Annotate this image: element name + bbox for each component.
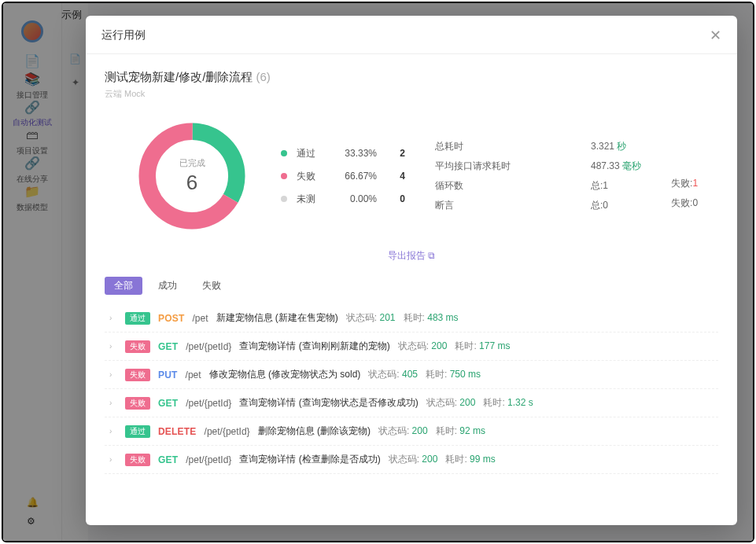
progress-donut: 已完成 6 — [133, 117, 251, 235]
legend-count: 2 — [386, 148, 405, 159]
step-description: 查询宠物详情 (检查删除是否成功) — [239, 453, 380, 466]
legend-dot — [281, 150, 287, 156]
api-path: /pet/{petId} — [186, 398, 231, 409]
modal-title: 运行用例 — [101, 28, 146, 42]
chevron-right-icon: › — [109, 314, 117, 322]
api-path: /pet/{petId} — [205, 426, 250, 437]
status-badge: 失败 — [125, 340, 150, 353]
http-method: GET — [158, 341, 178, 352]
status-code: 状态码: 200 — [426, 396, 476, 410]
tab-fail[interactable]: 失败 — [193, 277, 230, 295]
step-description: 删除宠物信息 (删除该宠物) — [258, 425, 371, 438]
test-result-row[interactable]: ›通过POST/pet新建宠物信息 (新建在售宠物)状态码: 201耗时: 48… — [105, 304, 718, 333]
filter-tabs: 全部 成功 失败 — [105, 277, 718, 295]
fail-values: 失败:1 失败:0 — [671, 142, 698, 210]
legend-percent: 66.67% — [337, 171, 377, 182]
test-result-row[interactable]: ›失败GET/pet/{petId}查询宠物详情 (查询刚刚新建的宠物)状态码:… — [105, 333, 718, 361]
api-path: /pet — [192, 313, 208, 324]
step-description: 查询宠物详情 (查询刚刚新建的宠物) — [239, 340, 389, 353]
chevron-right-icon: › — [109, 370, 117, 379]
elapsed-time: 耗时: 92 ms — [436, 425, 485, 438]
test-result-row[interactable]: ›失败GET/pet/{petId}查询宠物详情 (检查删除是否成功)状态码: … — [105, 446, 718, 474]
api-path: /pet/{petId} — [186, 454, 231, 465]
elapsed-time: 耗时: 177 ms — [455, 340, 510, 353]
status-code: 状态码: 405 — [368, 368, 418, 381]
http-method: PUT — [158, 369, 178, 380]
status-code: 状态码: 200 — [389, 453, 438, 466]
test-suite-heading: 测试宠物新建/修改/删除流程 (6) — [105, 70, 718, 85]
status-badge: 通过 — [125, 425, 150, 438]
step-description: 修改宠物信息 (修改宠物状态为 sold) — [209, 368, 361, 381]
chevron-right-icon: › — [109, 342, 117, 351]
api-path: /pet/{petId} — [186, 341, 231, 352]
http-method: GET — [158, 398, 178, 409]
http-method: DELETE — [158, 426, 197, 437]
legend-count: 4 — [386, 171, 405, 182]
chevron-right-icon: › — [109, 427, 117, 436]
elapsed-time: 耗时: 483 ms — [404, 311, 459, 325]
step-description: 新建宠物信息 (新建在售宠物) — [216, 311, 338, 325]
external-link-icon: ⧉ — [428, 250, 435, 261]
legend-count: 0 — [386, 193, 405, 204]
legend-label: 通过 — [297, 147, 328, 160]
legend-percent: 0.00% — [337, 193, 377, 204]
status-code: 状态码: 201 — [346, 311, 396, 325]
legend-percent: 33.33% — [337, 148, 377, 159]
http-method: POST — [158, 313, 184, 324]
test-result-row[interactable]: ›通过DELETE/pet/{petId}删除宠物信息 (删除该宠物)状态码: … — [105, 417, 718, 446]
chevron-right-icon: › — [109, 455, 117, 464]
test-suite-name: 测试宠物新建/修改/删除流程 — [105, 70, 253, 83]
legend-dot — [281, 173, 287, 179]
elapsed-time: 耗时: 99 ms — [445, 453, 495, 466]
http-method: GET — [158, 454, 178, 465]
status-badge: 失败 — [125, 454, 150, 466]
legend-dot — [281, 196, 287, 202]
environment-label: 云端 Mock — [105, 88, 718, 100]
step-description: 查询宠物详情 (查询宠物状态是否修改成功) — [239, 396, 418, 410]
donut-center-value: 6 — [186, 171, 197, 195]
chevron-right-icon: › — [109, 399, 117, 407]
legend-label: 未测 — [297, 193, 328, 206]
tab-all[interactable]: 全部 — [105, 277, 142, 295]
timing-metrics: 总耗时 平均接口请求耗时 循环数 断言 — [435, 140, 561, 212]
tab-success[interactable]: 成功 — [149, 277, 186, 295]
elapsed-time: 耗时: 1.32 s — [483, 396, 533, 410]
status-code: 状态码: 200 — [398, 340, 448, 353]
api-path: /pet — [186, 369, 201, 380]
status-badge: 失败 — [125, 369, 150, 381]
status-code: 状态码: 200 — [378, 425, 428, 438]
timing-values: 3.321 秒 487.33 毫秒 总:1 总:0 — [591, 140, 641, 212]
result-legend: 通过33.33%2失败66.67%4未测0.00%0 — [281, 147, 405, 206]
result-list: ›通过POST/pet新建宠物信息 (新建在售宠物)状态码: 201耗时: 48… — [105, 304, 718, 474]
export-report-link[interactable]: 导出报告 ⧉ — [388, 250, 435, 261]
donut-center-label: 已完成 — [179, 157, 205, 169]
test-result-row[interactable]: ›失败GET/pet/{petId}查询宠物详情 (查询宠物状态是否修改成功)状… — [105, 389, 718, 417]
status-badge: 失败 — [125, 397, 150, 410]
test-count: (6) — [256, 70, 271, 83]
elapsed-time: 耗时: 750 ms — [426, 368, 481, 381]
status-badge: 通过 — [125, 312, 150, 325]
close-icon[interactable]: ✕ — [710, 27, 721, 44]
legend-label: 失败 — [297, 170, 328, 183]
run-test-modal: 运行用例 ✕ 测试宠物新建/修改/删除流程 (6) 云端 Mock — [86, 16, 737, 525]
test-result-row[interactable]: ›失败PUT/pet修改宠物信息 (修改宠物状态为 sold)状态码: 405耗… — [105, 361, 718, 389]
